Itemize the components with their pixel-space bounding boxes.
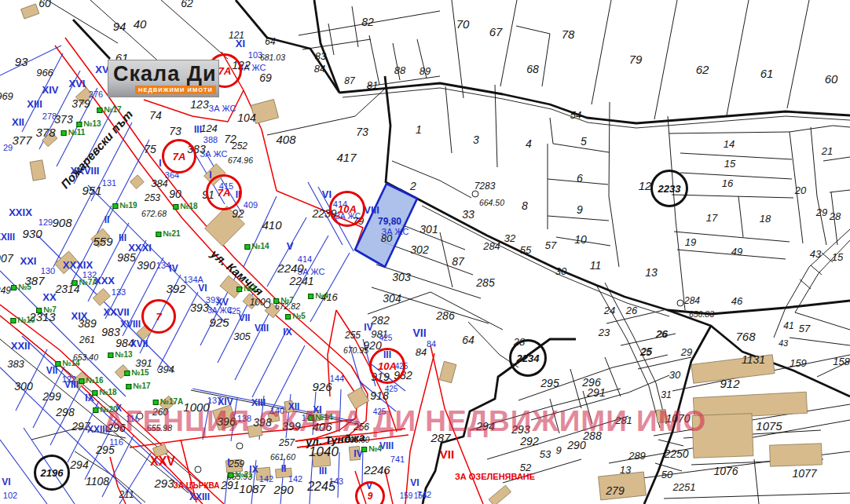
parcel-number-label: 926 bbox=[312, 381, 332, 393]
house-number-label: №13 bbox=[108, 351, 132, 359]
parcel-number-label: 88 bbox=[394, 65, 405, 75]
parcel-number-label: 123 bbox=[190, 99, 208, 110]
cadastral-number-label: 143 bbox=[329, 477, 343, 486]
lot-roman-label: XXX bbox=[94, 276, 115, 286]
block-number-marker: 10A bbox=[329, 191, 365, 227]
skala-di-logo[interactable]: Скала Ди НЕДВИЖИМИ ИМОТИ bbox=[108, 60, 219, 97]
parcel-number-label: 15 bbox=[832, 252, 843, 262]
parcel-number-label: 5 bbox=[581, 136, 587, 147]
lot-roman-label: VI bbox=[410, 478, 419, 488]
parcel-number-label: 14 bbox=[724, 139, 735, 149]
logo-title: Скала Ди bbox=[113, 62, 217, 86]
parcel-number-label: 211 bbox=[119, 490, 134, 499]
parcel-number-label: 377 bbox=[12, 134, 31, 146]
parcel-number-label: 291 bbox=[221, 480, 239, 491]
parcel-number-label: 768 bbox=[735, 331, 755, 342]
parcel-number-label: 81 bbox=[367, 80, 378, 90]
parcel-number-label: 9 bbox=[555, 445, 561, 455]
parcel-number-label: 13 bbox=[620, 465, 631, 475]
house-number-label: №16 bbox=[79, 377, 103, 385]
parcel-number-label: 391 bbox=[135, 358, 152, 368]
parcel-number-label: 305 bbox=[233, 331, 251, 341]
parcel-number-label: 82 bbox=[361, 16, 374, 27]
parcel-number-label: 40 bbox=[134, 18, 147, 30]
parcel-number-label: 30 bbox=[555, 266, 566, 276]
cadastral-number-label: ЗА ЖС bbox=[208, 104, 236, 113]
lot-roman-label: II bbox=[281, 464, 287, 473]
house-number-label: №21 bbox=[228, 471, 252, 479]
house-number-label: №21 bbox=[156, 230, 180, 238]
parcel-number-label: 12 bbox=[639, 180, 652, 192]
parcel-number-label: 1040 bbox=[309, 445, 339, 458]
cadastral-number-label: 159 bbox=[400, 492, 413, 500]
parcel-number-label: 78 bbox=[562, 28, 575, 40]
house-number-label: №17 bbox=[97, 106, 121, 114]
parcel-number-label: 379 bbox=[71, 98, 90, 109]
house-number-label: №5 bbox=[11, 283, 31, 291]
parcel-number-label: 559 bbox=[93, 236, 112, 247]
parcel-number-label: 282 bbox=[371, 315, 389, 326]
parcel-number-label: 253 bbox=[145, 193, 160, 203]
parcel-number-label: 43 bbox=[810, 249, 821, 259]
lot-roman-label: VIII bbox=[255, 323, 269, 333]
parcel-number-label: 1 bbox=[416, 124, 422, 135]
parcel-number-label: 43 bbox=[779, 339, 788, 348]
survey-point-icon bbox=[195, 466, 202, 473]
parcel-number-label: 298 bbox=[56, 407, 74, 418]
house-number-label: №18 bbox=[92, 389, 116, 396]
parcel-number-label: 13 bbox=[645, 267, 658, 278]
parcel-number-label: 1077 bbox=[792, 468, 816, 479]
parcel-number-label: 60 bbox=[38, 0, 51, 9]
parcel-number-label: 304 bbox=[383, 293, 401, 304]
parcel-number-label: 985 bbox=[117, 252, 135, 263]
cadastral-number-label: 142 bbox=[259, 475, 273, 484]
lot-roman-label: XVIII bbox=[120, 320, 141, 329]
parcel-number-label: 300 bbox=[14, 381, 32, 392]
block-number-marker: 7A bbox=[162, 139, 196, 173]
lot-roman-label: VI bbox=[198, 283, 207, 293]
parcel-number-label: 290 bbox=[273, 484, 293, 495]
cadastral-number-label: 425 bbox=[385, 385, 398, 393]
lot-roman-label: XII bbox=[12, 117, 24, 127]
lot-roman-label: III bbox=[319, 466, 327, 476]
parcel-number-label: 10 bbox=[574, 234, 587, 245]
parcel-number-label: 33 bbox=[462, 209, 474, 220]
parcel-number-label: 68 bbox=[526, 64, 539, 75]
parcel-number-label: 2251 bbox=[673, 482, 696, 492]
parcel-number-label: 261 bbox=[79, 335, 95, 345]
parcel-number-label: 46 bbox=[731, 296, 742, 306]
parcel-number-label: 293 bbox=[154, 477, 174, 489]
house-number-label: №4 bbox=[308, 292, 328, 300]
parcel-number-label: 49 bbox=[731, 247, 742, 257]
lot-roman-label: IV bbox=[169, 264, 178, 273]
parcel-number-label: 87 bbox=[452, 256, 464, 267]
lot-roman-label: XXXIX bbox=[63, 260, 93, 270]
parcel-number-label: 55 bbox=[520, 245, 531, 255]
parcel-number-label: 67 bbox=[489, 26, 503, 38]
parcel-number-label: 16 bbox=[722, 178, 733, 188]
elevation-label: 672.82 bbox=[275, 302, 300, 311]
parcel-number-label: 69 bbox=[259, 72, 272, 83]
lot-roman-label: VI bbox=[2, 477, 10, 487]
cadastral-number-label: 388 bbox=[203, 136, 218, 144]
lot-roman-label: XXIII bbox=[0, 232, 15, 242]
parcel-number-label: 286 bbox=[436, 310, 454, 321]
parcel-number-label: 25 bbox=[640, 347, 651, 357]
parcel-number-label: 390 bbox=[137, 260, 155, 271]
parcel-number-label: 7283 bbox=[474, 181, 496, 191]
parcel-number-label: 73 bbox=[169, 126, 181, 137]
parcel-number-label: 26 bbox=[626, 305, 637, 316]
parcel-number-label: 284 bbox=[684, 296, 700, 305]
parcel-number-label: 2250 bbox=[664, 448, 688, 459]
parcel-number-label: 84 bbox=[416, 347, 427, 357]
cadastral-number-label: 142 bbox=[288, 475, 302, 484]
zoning-label: VII bbox=[440, 448, 454, 460]
lot-roman-label: XVI bbox=[69, 79, 86, 89]
house-number-label: №17 bbox=[126, 382, 150, 390]
parcel-number-label: 252 bbox=[232, 141, 247, 151]
parcel-number-label: 290 bbox=[567, 440, 585, 451]
parcel-number-label: 907 bbox=[0, 253, 13, 264]
cadastral-map-canvas[interactable]: 94409361966969121XI64103681.03ЗА ЖС12269… bbox=[0, 0, 850, 504]
lot-roman-label: V bbox=[287, 241, 294, 251]
block-number-marker: 10A bbox=[369, 348, 405, 384]
